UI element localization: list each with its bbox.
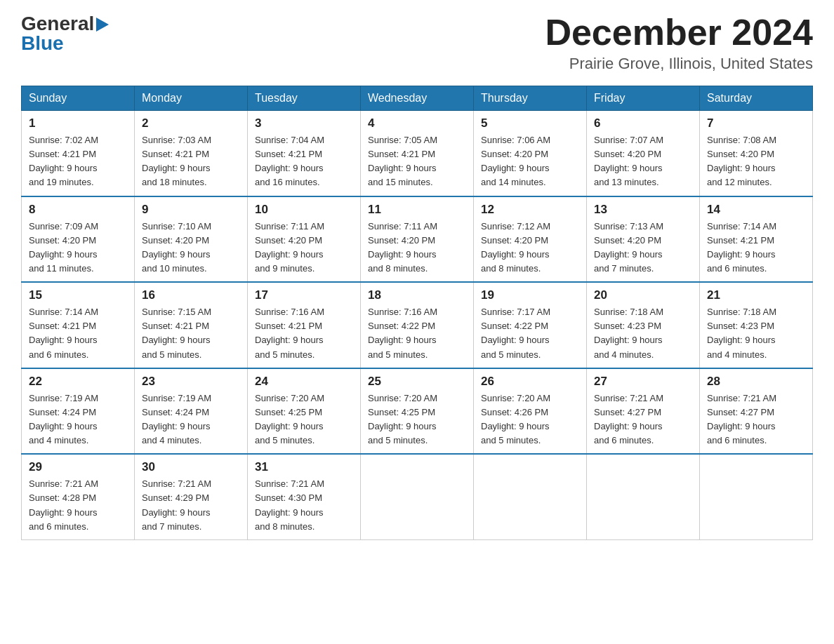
day-info: Sunrise: 7:04 AMSunset: 4:21 PMDaylight:… — [255, 133, 353, 190]
day-number: 23 — [142, 375, 240, 389]
calendar-day-cell: 31Sunrise: 7:21 AMSunset: 4:30 PMDayligh… — [248, 454, 361, 539]
day-number: 8 — [29, 203, 127, 217]
calendar-day-cell — [700, 454, 813, 539]
day-info: Sunrise: 7:05 AMSunset: 4:21 PMDaylight:… — [368, 133, 466, 190]
weekday-header-wednesday: Wednesday — [361, 86, 474, 111]
calendar-week-row: 29Sunrise: 7:21 AMSunset: 4:28 PMDayligh… — [22, 454, 813, 539]
weekday-header-saturday: Saturday — [700, 86, 813, 111]
calendar-day-cell: 22Sunrise: 7:19 AMSunset: 4:24 PMDayligh… — [22, 368, 135, 455]
logo: General Blue — [21, 14, 109, 53]
calendar-day-cell: 21Sunrise: 7:18 AMSunset: 4:23 PMDayligh… — [700, 282, 813, 368]
day-number: 5 — [481, 116, 579, 130]
calendar-day-cell: 5Sunrise: 7:06 AMSunset: 4:20 PMDaylight… — [474, 111, 587, 196]
day-info: Sunrise: 7:03 AMSunset: 4:21 PMDaylight:… — [142, 133, 240, 190]
weekday-header-row: SundayMondayTuesdayWednesdayThursdayFrid… — [22, 86, 813, 111]
calendar-day-cell: 28Sunrise: 7:21 AMSunset: 4:27 PMDayligh… — [700, 368, 813, 455]
day-info: Sunrise: 7:12 AMSunset: 4:20 PMDaylight:… — [481, 220, 579, 276]
day-number: 10 — [255, 203, 353, 217]
day-info: Sunrise: 7:18 AMSunset: 4:23 PMDaylight:… — [594, 305, 692, 362]
calendar-day-cell: 10Sunrise: 7:11 AMSunset: 4:20 PMDayligh… — [248, 196, 361, 283]
day-info: Sunrise: 7:09 AMSunset: 4:20 PMDaylight:… — [29, 220, 127, 276]
day-number: 31 — [255, 460, 353, 474]
day-info: Sunrise: 7:02 AMSunset: 4:21 PMDaylight:… — [29, 133, 127, 190]
day-info: Sunrise: 7:07 AMSunset: 4:20 PMDaylight:… — [594, 133, 692, 190]
day-number: 4 — [368, 116, 466, 130]
calendar-day-cell: 23Sunrise: 7:19 AMSunset: 4:24 PMDayligh… — [135, 368, 248, 455]
day-info: Sunrise: 7:20 AMSunset: 4:26 PMDaylight:… — [481, 391, 579, 448]
day-number: 6 — [594, 116, 692, 130]
day-number: 29 — [29, 460, 127, 474]
day-number: 20 — [594, 288, 692, 302]
day-info: Sunrise: 7:21 AMSunset: 4:27 PMDaylight:… — [594, 391, 692, 448]
day-number: 2 — [142, 116, 240, 130]
calendar-day-cell: 19Sunrise: 7:17 AMSunset: 4:22 PMDayligh… — [474, 282, 587, 368]
day-number: 22 — [29, 375, 127, 389]
day-info: Sunrise: 7:19 AMSunset: 4:24 PMDaylight:… — [29, 391, 127, 448]
svg-marker-0 — [96, 18, 109, 32]
calendar-day-cell: 27Sunrise: 7:21 AMSunset: 4:27 PMDayligh… — [587, 368, 700, 455]
day-info: Sunrise: 7:10 AMSunset: 4:20 PMDaylight:… — [142, 220, 240, 276]
calendar-day-cell — [474, 454, 587, 539]
day-info: Sunrise: 7:16 AMSunset: 4:22 PMDaylight:… — [368, 305, 466, 362]
calendar-day-cell: 26Sunrise: 7:20 AMSunset: 4:26 PMDayligh… — [474, 368, 587, 455]
day-info: Sunrise: 7:13 AMSunset: 4:20 PMDaylight:… — [594, 220, 692, 276]
title-section: December 2024 Prairie Grove, Illinois, U… — [545, 14, 813, 73]
day-info: Sunrise: 7:18 AMSunset: 4:23 PMDaylight:… — [707, 305, 805, 362]
calendar-day-cell: 24Sunrise: 7:20 AMSunset: 4:25 PMDayligh… — [248, 368, 361, 455]
day-info: Sunrise: 7:21 AMSunset: 4:30 PMDaylight:… — [255, 477, 353, 534]
day-info: Sunrise: 7:21 AMSunset: 4:27 PMDaylight:… — [707, 391, 805, 448]
day-number: 12 — [481, 203, 579, 217]
calendar-day-cell: 9Sunrise: 7:10 AMSunset: 4:20 PMDaylight… — [135, 196, 248, 283]
page-header: General Blue December 2024 Prairie Grove… — [21, 14, 813, 73]
day-info: Sunrise: 7:21 AMSunset: 4:29 PMDaylight:… — [142, 477, 240, 534]
logo-blue-text: Blue — [21, 34, 64, 53]
calendar-day-cell — [361, 454, 474, 539]
day-info: Sunrise: 7:20 AMSunset: 4:25 PMDaylight:… — [255, 391, 353, 448]
day-number: 1 — [29, 116, 127, 130]
calendar-day-cell: 29Sunrise: 7:21 AMSunset: 4:28 PMDayligh… — [22, 454, 135, 539]
day-info: Sunrise: 7:16 AMSunset: 4:21 PMDaylight:… — [255, 305, 353, 362]
calendar-day-cell: 7Sunrise: 7:08 AMSunset: 4:20 PMDaylight… — [700, 111, 813, 196]
day-number: 24 — [255, 375, 353, 389]
calendar-day-cell: 25Sunrise: 7:20 AMSunset: 4:25 PMDayligh… — [361, 368, 474, 455]
location-text: Prairie Grove, Illinois, United States — [545, 55, 813, 73]
day-number: 19 — [481, 288, 579, 302]
day-info: Sunrise: 7:21 AMSunset: 4:28 PMDaylight:… — [29, 477, 127, 534]
day-info: Sunrise: 7:20 AMSunset: 4:25 PMDaylight:… — [368, 391, 466, 448]
day-number: 25 — [368, 375, 466, 389]
day-number: 21 — [707, 288, 805, 302]
calendar-day-cell: 2Sunrise: 7:03 AMSunset: 4:21 PMDaylight… — [135, 111, 248, 196]
day-number: 27 — [594, 375, 692, 389]
logo-general-text: General — [21, 14, 94, 34]
day-number: 3 — [255, 116, 353, 130]
calendar-day-cell: 18Sunrise: 7:16 AMSunset: 4:22 PMDayligh… — [361, 282, 474, 368]
calendar-week-row: 8Sunrise: 7:09 AMSunset: 4:20 PMDaylight… — [22, 196, 813, 283]
calendar-day-cell: 14Sunrise: 7:14 AMSunset: 4:21 PMDayligh… — [700, 196, 813, 283]
weekday-header-friday: Friday — [587, 86, 700, 111]
day-info: Sunrise: 7:08 AMSunset: 4:20 PMDaylight:… — [707, 133, 805, 190]
calendar-day-cell: 20Sunrise: 7:18 AMSunset: 4:23 PMDayligh… — [587, 282, 700, 368]
day-info: Sunrise: 7:15 AMSunset: 4:21 PMDaylight:… — [142, 305, 240, 362]
calendar-week-row: 15Sunrise: 7:14 AMSunset: 4:21 PMDayligh… — [22, 282, 813, 368]
calendar-week-row: 1Sunrise: 7:02 AMSunset: 4:21 PMDaylight… — [22, 111, 813, 196]
calendar-day-cell — [587, 454, 700, 539]
day-number: 13 — [594, 203, 692, 217]
day-info: Sunrise: 7:06 AMSunset: 4:20 PMDaylight:… — [481, 133, 579, 190]
calendar-day-cell: 1Sunrise: 7:02 AMSunset: 4:21 PMDaylight… — [22, 111, 135, 196]
calendar-day-cell: 15Sunrise: 7:14 AMSunset: 4:21 PMDayligh… — [22, 282, 135, 368]
calendar-day-cell: 4Sunrise: 7:05 AMSunset: 4:21 PMDaylight… — [361, 111, 474, 196]
day-number: 26 — [481, 375, 579, 389]
day-number: 11 — [368, 203, 466, 217]
calendar-table: SundayMondayTuesdayWednesdayThursdayFrid… — [21, 86, 813, 540]
calendar-day-cell: 16Sunrise: 7:15 AMSunset: 4:21 PMDayligh… — [135, 282, 248, 368]
day-info: Sunrise: 7:11 AMSunset: 4:20 PMDaylight:… — [255, 220, 353, 276]
calendar-day-cell: 12Sunrise: 7:12 AMSunset: 4:20 PMDayligh… — [474, 196, 587, 283]
calendar-day-cell: 3Sunrise: 7:04 AMSunset: 4:21 PMDaylight… — [248, 111, 361, 196]
logo-triangle-icon — [96, 18, 109, 32]
day-number: 7 — [707, 116, 805, 130]
day-number: 28 — [707, 375, 805, 389]
calendar-week-row: 22Sunrise: 7:19 AMSunset: 4:24 PMDayligh… — [22, 368, 813, 455]
day-info: Sunrise: 7:14 AMSunset: 4:21 PMDaylight:… — [707, 220, 805, 276]
weekday-header-tuesday: Tuesday — [248, 86, 361, 111]
calendar-day-cell: 30Sunrise: 7:21 AMSunset: 4:29 PMDayligh… — [135, 454, 248, 539]
